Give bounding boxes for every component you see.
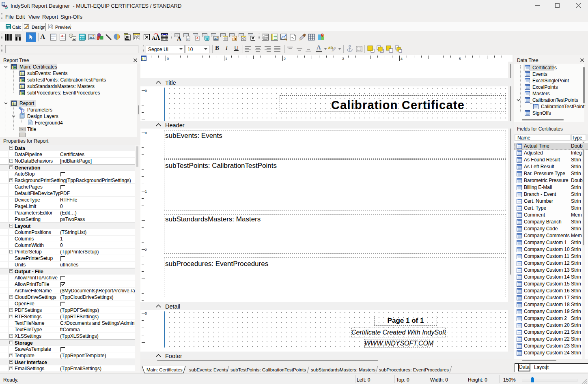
svg-text:subEvents: Events: subEvents: Events <box>189 367 228 372</box>
svg-text:[?]: [?] <box>21 109 25 113</box>
svg-text:A: A <box>155 34 160 41</box>
svg-text:subProcedures: EventProcedures: subProcedures: EventProcedures <box>379 367 449 372</box>
svg-text:ab: ab <box>328 45 333 50</box>
svg-text:12: 12 <box>73 37 76 40</box>
svg-text:A: A <box>61 34 64 38</box>
svg-text:subStandardsMasters: Masters: subStandardsMasters: Masters <box>311 367 375 372</box>
svg-text:Main: Certificates: Main: Certificates <box>146 367 183 372</box>
svg-text:Tx: Tx <box>20 128 23 131</box>
svg-text:A: A <box>196 36 199 40</box>
svg-text:A: A <box>177 35 181 41</box>
svg-text:subTestPoints: CalibrationTest: subTestPoints: CalibrationTestPoints <box>230 367 306 372</box>
